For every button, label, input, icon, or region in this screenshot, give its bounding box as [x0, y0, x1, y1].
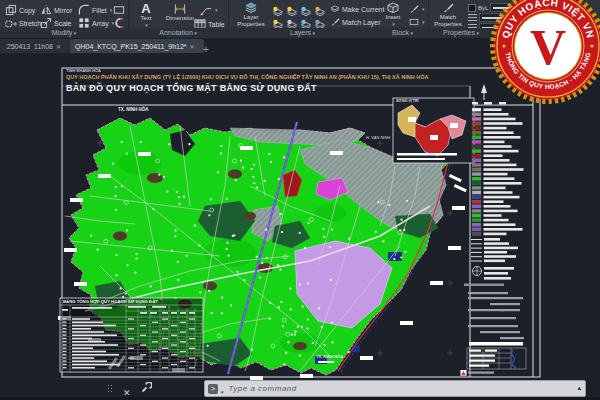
- province-label: TỈNH KHÁNH HÒA: [66, 68, 101, 73]
- table-label: Table: [208, 21, 225, 28]
- panel-label-properties[interactable]: Properties: [428, 28, 494, 38]
- landuse-summary-table: [60, 298, 203, 372]
- bylayer-label: ByL: [478, 5, 488, 11]
- leader-icon: [200, 4, 212, 16]
- rectangle-tool-button[interactable]: [113, 4, 125, 16]
- panel-modify: Copy Mirror Fillet▾ Stretch Scale Array▾…: [0, 0, 129, 38]
- lineweight-icon: [468, 14, 477, 21]
- chevron-down-icon[interactable]: ▾: [215, 7, 218, 13]
- wrench-icon[interactable]: [140, 382, 152, 394]
- dimension-label: Dimension: [166, 15, 194, 22]
- drawing-title-line1: QUY HOẠCH PHÂN KHU XÂY DỰNG (TỶ LỆ 1/200…: [66, 74, 536, 80]
- chevron-down-icon[interactable]: [221, 380, 224, 398]
- inset-map-title: SƠ ĐỒ VỊ TRÍ: [396, 99, 418, 103]
- panel-label-layers[interactable]: Layers: [228, 28, 377, 38]
- layer-properties-label: Layer Properties: [233, 14, 269, 27]
- mirror-label: Mirror: [54, 7, 72, 14]
- color-swatch: [468, 4, 476, 12]
- stretch-label: Stretch: [19, 20, 41, 27]
- drawing-canvas[interactable]: TỈNH KHÁNH HÒA QUY HOẠCH PHÂN KHU XÂY DỰ…: [0, 53, 600, 400]
- match-layer-button[interactable]: Match Layer: [330, 17, 381, 27]
- chevron-down-icon[interactable]: ▾: [422, 6, 425, 12]
- district-label-north: TX. NINH HÒA: [118, 107, 149, 112]
- layer-state-icon[interactable]: [314, 3, 326, 14]
- match-layer-label: Match Layer: [342, 19, 381, 26]
- layer-state-icon[interactable]: [272, 16, 284, 27]
- copy-icon: [5, 4, 17, 16]
- layer-state-icon[interactable]: [272, 3, 284, 14]
- match-properties-label: Match Properties: [432, 14, 464, 27]
- copy-button[interactable]: Copy: [5, 4, 35, 16]
- text-icon: A: [141, 2, 150, 15]
- district-label-northeast: H. VẠN NINH: [366, 135, 390, 140]
- command-dock-grip[interactable]: [107, 384, 112, 393]
- block-edit-icon: [409, 4, 419, 14]
- summary-table-title: BẢNG TỔNG HỢP QUY HOẠCH SỬ DỤNG ĐẤT: [63, 299, 158, 304]
- close-icon[interactable]: [190, 43, 195, 50]
- fillet-label: Fillet: [92, 7, 107, 14]
- text-button[interactable]: AText▾: [134, 2, 158, 28]
- panel-layers: Layer Properties Make Current Match Laye…: [228, 0, 378, 38]
- expand-command-icon[interactable]: [577, 384, 581, 392]
- chevron-down-icon[interactable]: ▾: [392, 21, 395, 28]
- layer-properties-icon: [245, 2, 257, 14]
- block-attribute-icon: [409, 17, 419, 27]
- tab-drawing-2[interactable]: QH04_KTCQ_PK15_250411_9h12*: [70, 39, 204, 53]
- quy-hoach-viet-vn-stamp: QUY HOẠCH VIỆT VN THÔNG TIN QUY HOẠCH - …: [489, 0, 600, 105]
- rectangle-icon: [113, 4, 125, 16]
- tab-drawing-1[interactable]: A0_250413_11h08*: [0, 39, 72, 53]
- array-label: Array: [92, 20, 109, 27]
- block-edit-button[interactable]: ▾: [409, 4, 425, 14]
- match-layer-icon: [330, 17, 340, 27]
- match-properties-icon: [442, 2, 454, 14]
- fillet-icon: [78, 4, 90, 16]
- layer-state-icon[interactable]: [314, 16, 326, 27]
- layer-properties-button[interactable]: Layer Properties: [233, 2, 269, 27]
- make-current-icon: [330, 4, 340, 14]
- panel-annotation: AText▾ Dimension ▾ Table Annotation: [128, 0, 229, 38]
- match-properties-button[interactable]: Match Properties: [432, 2, 464, 27]
- drawing-title-line2: BẢN ĐỒ QUY HOẠCH TỔNG MẶT BẰNG SỬ DỤNG Đ…: [66, 83, 317, 93]
- block-attribute-button[interactable]: ▾: [409, 17, 425, 27]
- north-arrow-icon: [481, 84, 487, 100]
- close-icon[interactable]: [56, 43, 61, 50]
- district-label-south: TX. NINH HÒA: [316, 354, 343, 359]
- layer-state-icon[interactable]: [286, 3, 298, 14]
- command-placeholder[interactable]: Type a command: [229, 384, 297, 393]
- tab1-label: A0_250413_11h08*: [5, 43, 53, 50]
- panel-label-block[interactable]: Block: [377, 28, 428, 38]
- drawing-svg: [0, 53, 600, 400]
- inset-location-map[interactable]: [393, 98, 474, 163]
- label-underline: [318, 361, 334, 363]
- mirror-button[interactable]: Mirror: [40, 4, 72, 16]
- layer-state-icon[interactable]: [300, 3, 312, 14]
- dimension-icon: [174, 3, 186, 15]
- stamp-letter: V: [530, 19, 566, 75]
- layer-state-icon[interactable]: [300, 16, 312, 27]
- layer-state-icon[interactable]: [286, 16, 298, 27]
- layer-state-grid: [272, 3, 328, 27]
- chevron-down-icon[interactable]: ▾: [110, 7, 113, 13]
- copy-label: Copy: [19, 7, 35, 14]
- panel-label-modify[interactable]: Modify: [0, 28, 128, 38]
- mirror-icon: [40, 4, 52, 16]
- command-line[interactable]: Type a command: [204, 380, 586, 397]
- chevron-down-icon[interactable]: ▾: [422, 19, 425, 25]
- panel-block: Insert▾ ▾ ▾ Block: [377, 0, 429, 38]
- insert-icon: [387, 2, 399, 14]
- scale-label: Scale: [54, 20, 72, 27]
- tab2-label: QH04_KTCQ_PK15_250411_9h12*: [75, 43, 187, 50]
- dimension-button[interactable]: Dimension: [162, 3, 198, 22]
- fillet-button[interactable]: Fillet▾: [78, 4, 112, 16]
- autocad-window: Copy Mirror Fillet▾ Stretch Scale Array▾…: [0, 0, 600, 400]
- insert-button[interactable]: Insert▾: [381, 2, 405, 27]
- leader-button[interactable]: ▾: [200, 4, 218, 16]
- panel-label-annotation[interactable]: Annotation: [128, 28, 228, 38]
- command-prompt-icon[interactable]: [208, 384, 218, 394]
